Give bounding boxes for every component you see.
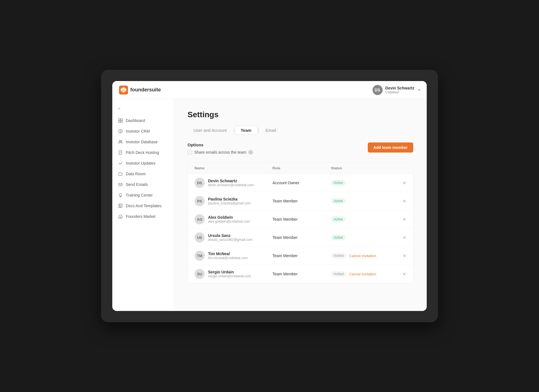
member-info: Paulina Sciezka paulina_sciezka@gmail.co… [208,197,251,205]
investors-icon [118,139,123,144]
file-icon [118,150,123,155]
sidebar-label-investor-updates: Investor Updates [126,161,156,165]
role-cell: Team Member [273,272,331,276]
user-name: Devin Schwartz [385,86,414,90]
member-email: ursula_sanz1982@gmail.com [208,238,252,242]
status-badge: Active [331,198,346,204]
tab-divider-1: | [232,128,235,133]
sidebar-item-investor-database[interactable]: Investor Database [112,137,174,147]
sidebar-item-data-room[interactable]: Data Room [112,169,174,179]
sidebar-item-dashboard[interactable]: Dashboard [112,115,174,126]
tab-user-account[interactable]: User and Account [188,126,232,135]
table-row: TM Tim McNeal tim.mcneal@codeleat.com Te… [188,247,413,265]
status-cell: Active [331,235,389,240]
member-email: sergio.urdain@codeleat.com [208,274,251,278]
add-team-member-button[interactable]: Add team member [368,142,413,153]
remove-member-button[interactable]: ✕ [403,217,406,222]
logo-icon [119,86,128,94]
table-header: Name Role Status [188,163,413,174]
member-name: Paulina Sciezka [208,197,251,201]
member-avatar: DS [195,178,205,188]
user-menu[interactable]: DS Devin Schwartz Codeleat ▾ [373,85,420,95]
member-cell: DS Devin Schwartz devin.schwartz@codelea… [195,178,273,188]
cancel-invitation-link[interactable]: Cancel Invitation [349,254,376,258]
mail-icon [118,182,123,187]
user-info: Devin Schwartz Codeleat [385,86,414,94]
share-emails-checkbox[interactable] [188,150,192,155]
page-title: Settings [188,110,413,119]
settings-tabs: User and Account | Team | Email [188,126,413,135]
remove-member-button[interactable]: ✕ [403,180,406,186]
chevron-down-icon: ▾ [418,88,420,92]
member-name: Sergio Urdain [208,270,251,274]
sidebar-item-investor-crm[interactable]: $ Investor CRM [112,126,174,137]
chart-icon [118,161,123,166]
cancel-invitation-link[interactable]: Cancel Invitation [349,272,376,276]
user-company: Codeleat [385,90,414,94]
sidebar: « Dashboard [112,99,174,311]
sidebar-item-send-emails[interactable]: Send Emails [112,179,174,190]
member-avatar: TM [195,251,205,261]
member-name: Alex Goldwin [208,215,250,220]
member-info: Sergio Urdain sergio.urdain@codeleat.com [208,270,251,278]
remove-member-button[interactable]: ✕ [403,271,406,277]
role-cell: Team Member [273,217,331,222]
remove-member-button[interactable]: ✕ [403,253,406,259]
action-cell: ✕ [389,217,406,222]
table-body: DS Devin Schwartz devin.schwartz@codelea… [188,174,413,283]
sidebar-label-investor-crm: Investor CRM [126,129,150,133]
app-layout: « Dashboard [112,99,427,311]
sidebar-collapse-button[interactable]: « [112,103,174,115]
remove-member-button[interactable]: ✕ [403,235,406,240]
table-row: US Ursula Sanz ursula_sanz1982@gmail.com… [188,229,413,247]
sidebar-item-founders-market[interactable]: Founders Market [112,211,174,222]
dollar-icon: $ [118,129,123,134]
svg-rect-4 [121,119,122,120]
svg-rect-5 [118,121,120,123]
options-left: Options Share emails across the team ? [188,142,253,155]
remove-member-button[interactable]: ✕ [403,199,406,204]
member-name: Tim McNeal [208,252,248,256]
member-name: Devin Schwartz [208,179,254,183]
sidebar-item-training-center[interactable]: Training Center [112,190,174,200]
member-info: Alex Goldwin alex.goldwin@codeleat.com [208,215,250,223]
svg-rect-3 [118,119,120,120]
role-cell: Team Member [273,199,331,203]
tab-team[interactable]: Team [235,126,257,135]
member-cell: AG Alex Goldwin alex.goldwin@codeleat.co… [195,214,273,224]
options-label: Options [188,142,253,147]
sidebar-label-founders-market: Founders Market [126,214,156,219]
status-badge: Invited [331,271,346,277]
sidebar-item-docs-templates[interactable]: Docs And Templates [112,200,174,211]
sidebar-item-investor-updates[interactable]: Investor Updates [112,158,174,169]
table-row: SU Sergio Urdain sergio.urdain@codeleat.… [188,265,413,283]
status-badge: Invited [331,253,346,259]
role-cell: Team Member [273,235,331,240]
sidebar-label-dashboard: Dashboard [126,118,145,123]
table-row: PS Paulina Sciezka paulina_sciezka@gmail… [188,192,413,210]
status-badge: Active [331,235,346,240]
member-cell: TM Tim McNeal tim.mcneal@codeleat.com [195,251,273,261]
user-avatar: DS [373,85,383,95]
sidebar-label-docs-templates: Docs And Templates [126,204,161,208]
status-cell: Active [331,216,389,222]
help-icon[interactable]: ? [248,150,253,155]
member-avatar: PS [195,196,205,206]
share-emails-label: Share emails across the team [194,150,246,155]
sidebar-label-training-center: Training Center [126,193,153,197]
member-cell: US Ursula Sanz ursula_sanz1982@gmail.com [195,232,273,243]
status-cell: Invited Cancel Invitation [331,271,389,277]
table-row: DS Devin Schwartz devin.schwartz@codelea… [188,174,413,192]
status-badge: Active [331,216,346,222]
status-cell: Active [331,180,389,186]
role-cell: Team Member [273,253,331,258]
header-status: Status [331,166,389,170]
member-avatar: SU [195,269,205,279]
main-content: Settings User and Account | Team | Email… [174,99,427,311]
tab-email[interactable]: Email [260,126,282,135]
member-avatar: US [195,232,205,243]
sidebar-item-pitch-deck[interactable]: Pitch Deck Hosting [112,147,174,158]
header-role: Role [273,166,331,170]
status-cell: Active [331,198,389,204]
action-cell: ✕ [389,199,406,204]
